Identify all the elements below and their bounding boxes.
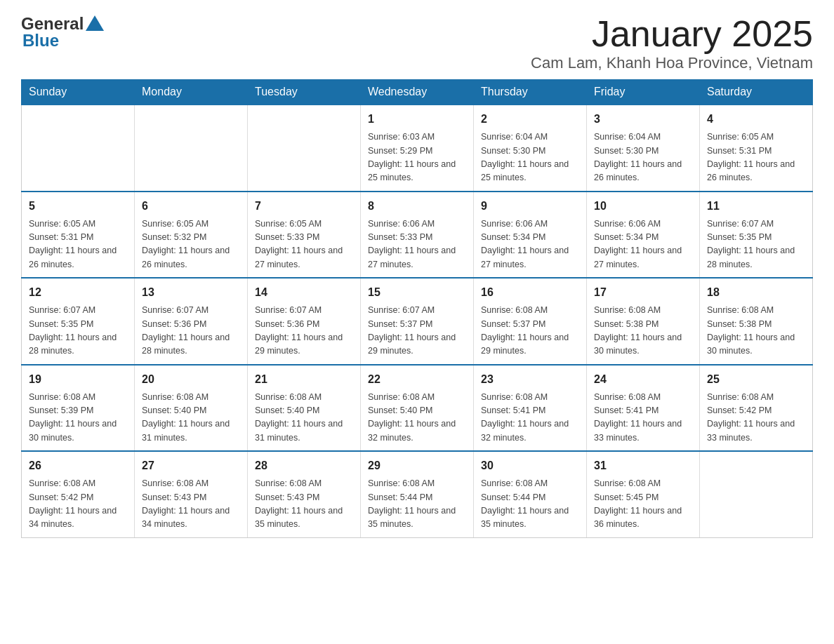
cell-week3-day3: 15Sunrise: 6:07 AMSunset: 5:37 PMDayligh… bbox=[361, 278, 474, 365]
day-number: 17 bbox=[594, 284, 692, 301]
day-number: 10 bbox=[594, 198, 692, 215]
cell-week3-day1: 13Sunrise: 6:07 AMSunset: 5:36 PMDayligh… bbox=[135, 278, 248, 365]
day-number: 28 bbox=[255, 457, 353, 474]
cell-week5-day1: 27Sunrise: 6:08 AMSunset: 5:43 PMDayligh… bbox=[135, 451, 248, 537]
day-number: 11 bbox=[707, 198, 805, 215]
day-info: Sunrise: 6:05 AMSunset: 5:31 PMDaylight:… bbox=[707, 130, 805, 185]
cell-week3-day4: 16Sunrise: 6:08 AMSunset: 5:37 PMDayligh… bbox=[474, 278, 587, 365]
day-number: 12 bbox=[29, 284, 127, 301]
title-block: January 2025 Cam Lam, Khanh Hoa Province… bbox=[531, 14, 813, 72]
cell-week5-day3: 29Sunrise: 6:08 AMSunset: 5:44 PMDayligh… bbox=[361, 451, 474, 537]
day-info: Sunrise: 6:07 AMSunset: 5:35 PMDaylight:… bbox=[707, 217, 805, 272]
day-info: Sunrise: 6:08 AMSunset: 5:42 PMDaylight:… bbox=[707, 391, 805, 445]
cell-week1-day6: 4Sunrise: 6:05 AMSunset: 5:31 PMDaylight… bbox=[700, 105, 813, 192]
day-number: 23 bbox=[481, 371, 579, 388]
cell-week1-day5: 3Sunrise: 6:04 AMSunset: 5:30 PMDaylight… bbox=[587, 105, 700, 192]
day-number: 19 bbox=[29, 371, 127, 388]
cell-week4-day6: 25Sunrise: 6:08 AMSunset: 5:42 PMDayligh… bbox=[700, 365, 813, 452]
header-thursday: Thursday bbox=[474, 80, 587, 105]
cell-week2-day3: 8Sunrise: 6:06 AMSunset: 5:33 PMDaylight… bbox=[361, 192, 474, 279]
day-number: 29 bbox=[368, 457, 466, 474]
header-sunday: Sunday bbox=[22, 80, 135, 105]
header-wednesday: Wednesday bbox=[361, 80, 474, 105]
day-info: Sunrise: 6:08 AMSunset: 5:38 PMDaylight:… bbox=[594, 304, 692, 358]
day-info: Sunrise: 6:07 AMSunset: 5:37 PMDaylight:… bbox=[368, 304, 466, 358]
header-tuesday: Tuesday bbox=[248, 80, 361, 105]
week-row-4: 19Sunrise: 6:08 AMSunset: 5:39 PMDayligh… bbox=[22, 365, 813, 452]
header-friday: Friday bbox=[587, 80, 700, 105]
cell-week5-day2: 28Sunrise: 6:08 AMSunset: 5:43 PMDayligh… bbox=[248, 451, 361, 537]
cell-week4-day2: 21Sunrise: 6:08 AMSunset: 5:40 PMDayligh… bbox=[248, 365, 361, 452]
day-number: 2 bbox=[481, 111, 579, 128]
cell-week1-day4: 2Sunrise: 6:04 AMSunset: 5:30 PMDaylight… bbox=[474, 105, 587, 192]
day-info: Sunrise: 6:08 AMSunset: 5:38 PMDaylight:… bbox=[707, 304, 805, 358]
calendar-subtitle: Cam Lam, Khanh Hoa Province, Vietnam bbox=[531, 54, 813, 72]
day-info: Sunrise: 6:06 AMSunset: 5:34 PMDaylight:… bbox=[481, 217, 579, 272]
cell-week1-day0 bbox=[22, 105, 135, 192]
day-number: 26 bbox=[29, 457, 127, 474]
day-number: 24 bbox=[594, 371, 692, 388]
week-row-2: 5Sunrise: 6:05 AMSunset: 5:31 PMDaylight… bbox=[22, 192, 813, 279]
day-info: Sunrise: 6:05 AMSunset: 5:33 PMDaylight:… bbox=[255, 217, 353, 272]
day-info: Sunrise: 6:03 AMSunset: 5:29 PMDaylight:… bbox=[368, 130, 466, 185]
calendar-table: SundayMondayTuesdayWednesdayThursdayFrid… bbox=[21, 79, 813, 538]
day-number: 20 bbox=[142, 371, 240, 388]
day-number: 31 bbox=[594, 457, 692, 474]
cell-week5-day5: 31Sunrise: 6:08 AMSunset: 5:45 PMDayligh… bbox=[587, 451, 700, 537]
day-number: 1 bbox=[368, 111, 466, 128]
cell-week3-day0: 12Sunrise: 6:07 AMSunset: 5:35 PMDayligh… bbox=[22, 278, 135, 365]
day-number: 6 bbox=[142, 198, 240, 215]
logo-blue-text: Blue bbox=[22, 31, 59, 51]
cell-week2-day5: 10Sunrise: 6:06 AMSunset: 5:34 PMDayligh… bbox=[587, 192, 700, 279]
day-info: Sunrise: 6:08 AMSunset: 5:44 PMDaylight:… bbox=[368, 477, 466, 532]
cell-week2-day4: 9Sunrise: 6:06 AMSunset: 5:34 PMDaylight… bbox=[474, 192, 587, 279]
day-number: 14 bbox=[255, 284, 353, 301]
calendar-header: SundayMondayTuesdayWednesdayThursdayFrid… bbox=[22, 80, 813, 105]
cell-week3-day5: 17Sunrise: 6:08 AMSunset: 5:38 PMDayligh… bbox=[587, 278, 700, 365]
day-number: 15 bbox=[368, 284, 466, 301]
day-number: 18 bbox=[707, 284, 805, 301]
cell-week2-day0: 5Sunrise: 6:05 AMSunset: 5:31 PMDaylight… bbox=[22, 192, 135, 279]
week-row-1: 1Sunrise: 6:03 AMSunset: 5:29 PMDaylight… bbox=[22, 105, 813, 192]
day-number: 9 bbox=[481, 198, 579, 215]
day-info: Sunrise: 6:05 AMSunset: 5:32 PMDaylight:… bbox=[142, 217, 240, 272]
day-info: Sunrise: 6:07 AMSunset: 5:36 PMDaylight:… bbox=[255, 304, 353, 358]
cell-week5-day6 bbox=[700, 451, 813, 537]
cell-week5-day4: 30Sunrise: 6:08 AMSunset: 5:44 PMDayligh… bbox=[474, 451, 587, 537]
header-monday: Monday bbox=[135, 80, 248, 105]
day-number: 22 bbox=[368, 371, 466, 388]
day-info: Sunrise: 6:04 AMSunset: 5:30 PMDaylight:… bbox=[481, 130, 579, 185]
day-info: Sunrise: 6:08 AMSunset: 5:45 PMDaylight:… bbox=[594, 477, 692, 532]
page-header: General Blue January 2025 Cam Lam, Khanh… bbox=[21, 14, 813, 72]
day-number: 3 bbox=[594, 111, 692, 128]
day-number: 13 bbox=[142, 284, 240, 301]
day-number: 25 bbox=[707, 371, 805, 388]
day-info: Sunrise: 6:06 AMSunset: 5:33 PMDaylight:… bbox=[368, 217, 466, 272]
day-info: Sunrise: 6:08 AMSunset: 5:41 PMDaylight:… bbox=[481, 391, 579, 445]
cell-week2-day1: 6Sunrise: 6:05 AMSunset: 5:32 PMDaylight… bbox=[135, 192, 248, 279]
day-info: Sunrise: 6:04 AMSunset: 5:30 PMDaylight:… bbox=[594, 130, 692, 185]
day-number: 7 bbox=[255, 198, 353, 215]
day-info: Sunrise: 6:06 AMSunset: 5:34 PMDaylight:… bbox=[594, 217, 692, 272]
logo: General Blue bbox=[21, 14, 104, 51]
cell-week4-day4: 23Sunrise: 6:08 AMSunset: 5:41 PMDayligh… bbox=[474, 365, 587, 452]
cell-week4-day5: 24Sunrise: 6:08 AMSunset: 5:41 PMDayligh… bbox=[587, 365, 700, 452]
day-number: 27 bbox=[142, 457, 240, 474]
header-row: SundayMondayTuesdayWednesdayThursdayFrid… bbox=[22, 80, 813, 105]
cell-week4-day0: 19Sunrise: 6:08 AMSunset: 5:39 PMDayligh… bbox=[22, 365, 135, 452]
day-info: Sunrise: 6:08 AMSunset: 5:40 PMDaylight:… bbox=[368, 391, 466, 445]
cell-week3-day6: 18Sunrise: 6:08 AMSunset: 5:38 PMDayligh… bbox=[700, 278, 813, 365]
day-info: Sunrise: 6:08 AMSunset: 5:41 PMDaylight:… bbox=[594, 391, 692, 445]
cell-week5-day0: 26Sunrise: 6:08 AMSunset: 5:42 PMDayligh… bbox=[22, 451, 135, 537]
calendar-title: January 2025 bbox=[531, 14, 813, 54]
cell-week4-day3: 22Sunrise: 6:08 AMSunset: 5:40 PMDayligh… bbox=[361, 365, 474, 452]
day-info: Sunrise: 6:08 AMSunset: 5:43 PMDaylight:… bbox=[255, 477, 353, 532]
cell-week1-day3: 1Sunrise: 6:03 AMSunset: 5:29 PMDaylight… bbox=[361, 105, 474, 192]
day-number: 8 bbox=[368, 198, 466, 215]
cell-week3-day2: 14Sunrise: 6:07 AMSunset: 5:36 PMDayligh… bbox=[248, 278, 361, 365]
day-info: Sunrise: 6:08 AMSunset: 5:40 PMDaylight:… bbox=[255, 391, 353, 445]
day-number: 21 bbox=[255, 371, 353, 388]
day-info: Sunrise: 6:05 AMSunset: 5:31 PMDaylight:… bbox=[29, 217, 127, 272]
day-number: 4 bbox=[707, 111, 805, 128]
cell-week1-day1 bbox=[135, 105, 248, 192]
